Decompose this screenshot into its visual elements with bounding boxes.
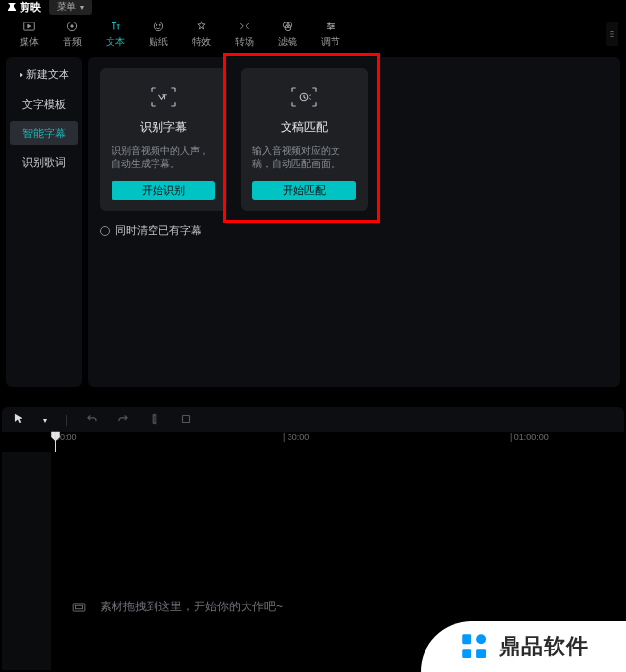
card-manuscript-match: 文稿匹配 输入音视频对应的文稿，自动匹配画面。 开始匹配 [241, 68, 368, 211]
content-panel: 识别字幕 识别音视频中的人声，自动生成字幕。 开始识别 文稿匹配 输入音视频对应… [88, 57, 620, 387]
svg-point-3 [154, 22, 162, 30]
title-bar: 剪映 菜单 ▾ [0, 0, 626, 14]
watermark: 鼎品软件 [421, 621, 626, 672]
svg-rect-15 [73, 603, 85, 610]
sidebar-item-smart-subtitle[interactable]: 智能字幕 [10, 121, 78, 145]
card-title: 识别字幕 [140, 119, 187, 136]
pointer-tool[interactable] [12, 412, 25, 428]
sidebar-item-new-text[interactable]: ▸ 新建文本 [10, 63, 78, 86]
svg-rect-17 [462, 634, 471, 644]
svg-point-11 [330, 27, 332, 29]
svg-rect-14 [183, 415, 190, 422]
tab-adjust[interactable]: 调节 [309, 20, 352, 49]
watermark-logo-icon [458, 630, 491, 663]
tab-sticker[interactable]: 贴纸 [137, 20, 180, 49]
card-desc: 识别音视频中的人声，自动生成字幕。 [112, 144, 215, 171]
tab-audio[interactable]: 音频 [51, 20, 94, 49]
start-recognize-button[interactable]: 开始识别 [112, 181, 215, 200]
sidebar-item-lyrics[interactable]: 识别歌词 [10, 151, 78, 174]
drop-hint: 素材拖拽到这里，开始你的大作吧~ [72, 599, 283, 615]
timeline-ruler[interactable]: 00:00 | 30:00 | 01:00:00 [2, 432, 624, 452]
svg-point-9 [328, 22, 330, 24]
timer-scan-icon [290, 84, 319, 110]
svg-point-4 [156, 24, 157, 25]
svg-point-2 [71, 24, 73, 26]
tab-text[interactable]: 文本 [94, 20, 137, 49]
svg-rect-20 [476, 649, 486, 658]
delete-button[interactable] [179, 412, 193, 428]
card-recognize-subtitle: 识别字幕 识别音视频中的人声，自动生成字幕。 开始识别 [100, 68, 227, 211]
app-name: 剪映 [20, 0, 41, 15]
checkbox-icon [100, 226, 110, 236]
card-title: 文稿匹配 [281, 119, 328, 136]
right-panel-toggle[interactable] [606, 22, 618, 46]
tab-transition[interactable]: 转场 [223, 20, 266, 49]
menu-dropdown[interactable]: 菜单 ▾ [49, 0, 92, 15]
chevron-right-icon: ▸ [20, 70, 23, 79]
app-logo: 剪映 [6, 0, 41, 15]
sidebar: ▸ 新建文本 文字模板 智能字幕 识别歌词 [6, 57, 82, 387]
main-area: ▸ 新建文本 文字模板 智能字幕 识别歌词 识别字幕 识别音视频中的人声，自动生 [0, 51, 626, 393]
timeline-toolbar: ▾ | [2, 407, 624, 432]
tab-effect[interactable]: 特效 [180, 20, 223, 49]
svg-point-5 [159, 24, 160, 25]
tab-media[interactable]: 媒体 [8, 20, 51, 49]
sidebar-item-text-template[interactable]: 文字模板 [10, 92, 78, 115]
card-desc: 输入音视频对应的文稿，自动匹配画面。 [252, 144, 356, 171]
svg-rect-18 [476, 634, 486, 644]
svg-rect-19 [462, 649, 471, 658]
start-match-button[interactable]: 开始匹配 [252, 181, 356, 200]
tab-filter[interactable]: 滤镜 [266, 20, 309, 49]
svg-rect-16 [76, 605, 83, 609]
redo-button[interactable] [116, 412, 130, 428]
chevron-down-icon[interactable]: ▾ [43, 416, 47, 425]
svg-point-10 [332, 25, 334, 27]
undo-button[interactable] [85, 412, 99, 428]
split-button[interactable] [148, 412, 161, 428]
subtitle-scan-icon [149, 84, 178, 110]
clear-existing-checkbox[interactable]: 同时清空已有字幕 [100, 223, 608, 238]
top-tabs: 媒体 音频 文本 贴纸 特效 转场 滤镜 调节 [0, 14, 626, 51]
chevron-down-icon: ▾ [80, 3, 84, 12]
